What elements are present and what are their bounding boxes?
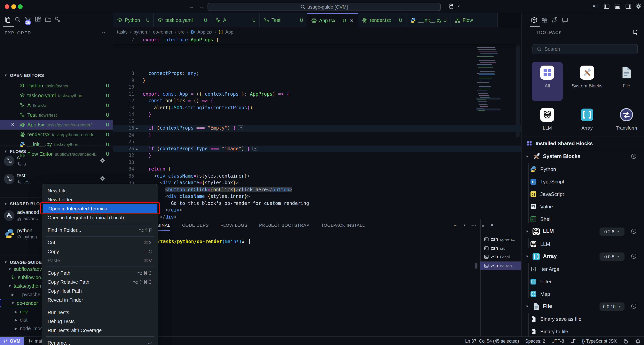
keys-activity-icon[interactable] — [54, 17, 61, 23]
block-group-system-blocks[interactable]: ▼System Blocks — [522, 151, 644, 163]
explorer-more-icon[interactable]: ⋯ — [100, 30, 106, 36]
toggle-right-sidebar-icon[interactable] — [625, 3, 632, 9]
menu-item-copy-path[interactable]: Copy Path⌥⌘C — [42, 268, 158, 277]
breadcrumb-item[interactable]: App.tsx — [197, 30, 212, 34]
status-item-ln-37-col-54-45-selected[interactable]: Ln 37, Col 54 (45 selected) — [465, 339, 519, 343]
code-line-9[interactable]: 9} — [113, 77, 521, 84]
chevron-down-icon[interactable]: ▼ — [457, 5, 460, 8]
menu-item-copy-host-path[interactable]: Copy Host Path — [42, 286, 158, 295]
minimize-traffic-light[interactable] — [11, 4, 16, 9]
code-line-12[interactable]: 12 const onClick = () => { — [113, 98, 521, 104]
command-center-search[interactable]: usage-guide [OVM] — [208, 3, 441, 11]
version-dropdown[interactable]: 0.0.10▼ — [600, 302, 624, 311]
block-item-javascript[interactable]: JSJavaScript — [522, 188, 644, 201]
breadcrumb-item[interactable]: App — [225, 30, 233, 34]
open-editor-task-oo-yaml[interactable]: task.oo.yamltasks/pythonU — [0, 91, 113, 100]
tab-flow[interactable]: Flow — [451, 13, 498, 27]
code-line-33[interactable]: 33 — [113, 159, 521, 166]
open-editor-render-tsx[interactable]: render.tsxtasks/python/oo-rende...U — [0, 130, 113, 139]
code-line-40[interactable]: 40 </div> — [113, 207, 521, 214]
code-line-24[interactable]: 24 } — [113, 132, 521, 139]
code-line-39[interactable]: 39 Go to this block's oo-render for cust… — [113, 200, 521, 207]
tile-label[interactable]: LLM — [528, 125, 567, 131]
breadcrumb-item[interactable]: tasks — [117, 30, 128, 34]
folded-code-badge[interactable]: ⋯ — [252, 146, 258, 150]
close-editor-icon[interactable]: ✕ — [11, 122, 14, 127]
block-item-llm[interactable]: LLM — [522, 238, 644, 250]
toggle-left-sidebar-icon[interactable] — [604, 3, 610, 9]
folded-code-badge[interactable]: ⋯ — [238, 125, 244, 130]
terminal-session-1[interactable]: zshsrc — [480, 244, 521, 252]
forward-arrow-icon[interactable]: → — [199, 4, 204, 10]
gift-icon[interactable] — [541, 17, 548, 24]
panel-tab-code-deps[interactable]: CODE DEPS — [182, 223, 209, 227]
block-item-filter[interactable]: Filter — [522, 275, 644, 288]
menu-item-cut[interactable]: Cut⌘X — [42, 238, 158, 247]
tile-label[interactable]: File — [607, 83, 644, 89]
tab--init-py[interactable]: __init__.pyU — [406, 13, 451, 27]
close-traffic-light[interactable] — [5, 4, 9, 9]
block-item-binary-save-as-file[interactable]: Binary save as file — [522, 313, 644, 325]
menu-item-reveal-in-finder[interactable]: Reveal in Finder — [42, 295, 158, 304]
tile-label[interactable]: All — [528, 83, 567, 89]
tab-app-tsx[interactable]: App.tsxU✕ — [307, 13, 358, 27]
code-line-32[interactable]: 32 } — [113, 152, 521, 159]
menu-item-new-file-[interactable]: New File... — [42, 186, 158, 195]
assistant-bunny-icon[interactable] — [448, 3, 454, 10]
tile-transform-icon[interactable] — [620, 108, 634, 122]
flow-item-s[interactable]: sa — [0, 154, 113, 172]
chevron-down-icon[interactable]: ▼ — [526, 254, 529, 258]
code-line-15[interactable]: 15 — [113, 118, 521, 125]
terminal-session-0[interactable]: zshoo-ren... — [480, 235, 521, 244]
breadcrumb-item[interactable]: oo-render — [153, 30, 172, 34]
code-line-16[interactable]: 16▶ if (contextProps === "Empty") {⋯ — [113, 125, 521, 132]
menu-item-copy[interactable]: Copy⌘C — [42, 247, 158, 256]
code-line-8[interactable]: 8 contextProps: any; — [113, 70, 521, 77]
code-line-34[interactable]: 34 return ( — [113, 166, 521, 173]
tile-label[interactable]: Array — [568, 125, 606, 131]
block-item-binary-to-file[interactable]: Binary to file — [522, 325, 644, 336]
tile-all-icon[interactable] — [540, 66, 554, 80]
panel-tab-project-bootstrap[interactable]: PROJECT BOOTSTRAP — [259, 223, 309, 227]
open-editor-test[interactable]: Testflows/testU — [0, 110, 113, 120]
menu-item-debug-tests[interactable]: Debug Tests — [42, 317, 158, 326]
rocket-icon[interactable] — [551, 17, 558, 24]
close-tab-icon[interactable]: ✕ — [350, 18, 354, 24]
settings-gear-icon[interactable] — [636, 3, 642, 9]
tab-python[interactable]: PythonU — [113, 13, 154, 27]
menu-item-find-in-folder-[interactable]: Find in Folder...⌥⇧F — [42, 226, 158, 235]
tile-array-icon[interactable] — [580, 108, 594, 122]
toggle-bottom-panel-icon[interactable] — [614, 3, 620, 9]
code-line-35[interactable]: 35 <div className={styles.container}> — [113, 173, 521, 180]
terminal-more-icon[interactable]: ⋯ — [472, 222, 476, 228]
breadcrumb-item[interactable]: python — [134, 30, 147, 34]
toolpack-cube-icon[interactable] — [531, 17, 538, 24]
terminal-dropdown-icon[interactable]: ▼ — [463, 223, 466, 227]
gear-icon[interactable] — [100, 176, 105, 181]
version-dropdown[interactable]: 0.2.6▼ — [600, 227, 624, 236]
bunny-status-icon[interactable] — [623, 338, 629, 344]
chevron-down-icon[interactable]: ▼ — [526, 229, 529, 233]
menu-item-run-tests[interactable]: Run Tests — [42, 308, 158, 317]
block-item-shell[interactable]: >_Shell — [522, 213, 644, 226]
block-group-array[interactable]: ▼Array0.0.8▼ — [522, 250, 644, 263]
info-icon[interactable] — [631, 303, 636, 309]
new-toolpack-icon[interactable] — [632, 29, 638, 36]
folder-activity-icon[interactable] — [45, 17, 52, 23]
code-line-38[interactable]: 38 <div className={styles.inner}> — [113, 193, 521, 200]
block-group-llm[interactable]: ▼LLM0.2.6▼ — [522, 226, 644, 238]
open-editor-app-tsx[interactable]: ✕App.tsxtasks/python/oo-render/srcU — [0, 120, 113, 130]
code-line-11[interactable]: 11export const App = ({ contextProps }: … — [113, 91, 521, 98]
chevron-down-icon[interactable]: ▼ — [526, 155, 529, 158]
status-item-utf-8[interactable]: UTF-8 — [551, 339, 564, 343]
open-editor-a[interactable]: Aflows/aU — [0, 100, 113, 110]
tile-llm-icon[interactable] — [540, 108, 554, 122]
code-line-10[interactable]: 10 — [113, 84, 521, 91]
tab-test[interactable]: TestU — [260, 13, 307, 27]
maximize-traffic-light[interactable] — [18, 4, 22, 9]
fold-chevron-icon[interactable]: ▶ — [136, 125, 138, 132]
terminal-session-3[interactable]: zshoo-ren... — [480, 261, 521, 270]
code-editor[interactable]: tasks›python›oo-render›src›App.tsx›App 7… — [113, 27, 521, 336]
panel-tab-toolpack-install[interactable]: TOOLPACK INSTALL — [321, 223, 365, 227]
block-item-typescript[interactable]: TSTypeScript — [522, 176, 644, 188]
